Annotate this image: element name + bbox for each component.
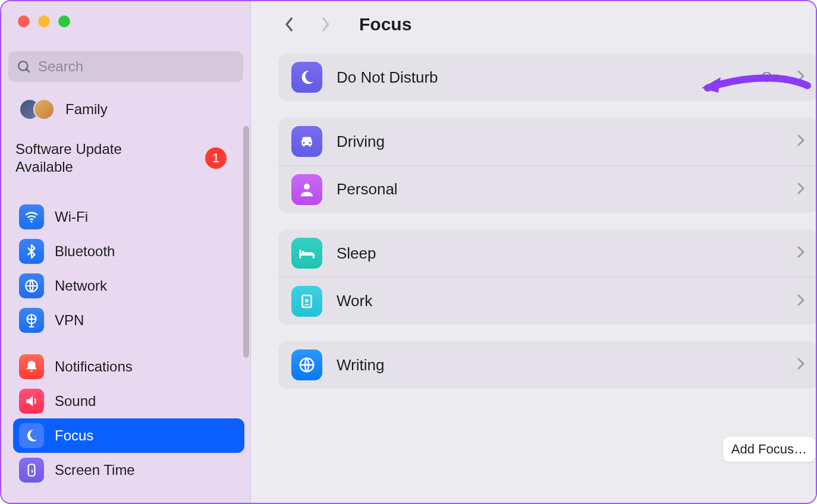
svg-point-2 (31, 221, 33, 223)
update-badge: 1 (205, 147, 227, 169)
svg-point-11 (305, 298, 309, 302)
focus-group-3: Sleep Work (278, 229, 817, 325)
bluetooth-label: Bluetooth (55, 243, 115, 260)
nav-back-button[interactable] (281, 15, 298, 33)
focus-item-driving[interactable]: Driving (278, 118, 817, 165)
main-panel: Focus Do Not Disturb On (251, 1, 817, 503)
sidebar-item-bluetooth[interactable]: Bluetooth (13, 234, 244, 269)
do-not-disturb-label: Do Not Disturb (337, 68, 747, 87)
focus-group-1: Do Not Disturb On (278, 53, 817, 101)
sidebar-scrollbar[interactable] (243, 126, 249, 358)
svg-point-9 (301, 251, 304, 254)
bed-icon (291, 238, 322, 269)
minimize-window-button[interactable] (38, 15, 50, 27)
chevron-right-icon (797, 70, 805, 85)
writing-label: Writing (337, 356, 783, 374)
driving-label: Driving (337, 133, 783, 151)
software-update-label: Software Update Available (15, 140, 170, 176)
close-window-button[interactable] (18, 15, 30, 27)
content: Do Not Disturb On Driving (251, 48, 817, 389)
focus-item-do-not-disturb[interactable]: Do Not Disturb On (278, 53, 817, 101)
sidebar-item-software-update[interactable]: Software Update Available 1 (13, 128, 244, 188)
chevron-right-icon (797, 134, 805, 149)
personal-label: Personal (337, 180, 783, 199)
moon-icon (291, 62, 322, 93)
page-title: Focus (359, 14, 411, 34)
search-container (1, 37, 250, 90)
chevron-right-icon (797, 182, 805, 197)
network-label: Network (55, 278, 107, 294)
focus-item-writing[interactable]: Writing (278, 341, 817, 389)
wifi-icon (19, 204, 44, 229)
svg-point-7 (309, 142, 310, 144)
focus-label: Focus (55, 427, 93, 444)
focus-item-sleep[interactable]: Sleep (278, 229, 817, 277)
screen-time-label: Screen Time (55, 462, 135, 478)
network-icon (19, 273, 44, 298)
chevron-right-icon (797, 294, 805, 309)
work-label: Work (337, 292, 783, 310)
svg-rect-5 (29, 464, 35, 476)
sidebar-item-notifications[interactable]: Notifications (13, 349, 244, 384)
screen-time-icon (19, 458, 44, 483)
focus-group-2: Driving Personal (278, 118, 817, 213)
family-label: Family (65, 101, 108, 118)
search-input[interactable] (8, 51, 243, 82)
window-controls (1, 1, 250, 37)
sidebar-scroll: Family Software Update Available 1 Wi-Fi… (1, 90, 250, 493)
chevron-right-icon (797, 245, 805, 261)
sidebar: Family Software Update Available 1 Wi-Fi… (1, 1, 251, 503)
vpn-label: VPN (55, 312, 84, 329)
notifications-icon (19, 354, 44, 379)
person-icon (291, 174, 322, 205)
focus-item-work[interactable]: Work (278, 277, 817, 325)
focus-group-4: Writing (278, 341, 817, 389)
sleep-label: Sleep (337, 244, 783, 263)
main-header: Focus (251, 1, 817, 48)
zoom-window-button[interactable] (58, 15, 70, 27)
sidebar-item-family[interactable]: Family (13, 90, 244, 128)
sidebar-item-vpn[interactable]: VPN (13, 303, 244, 338)
sound-label: Sound (55, 393, 96, 410)
chevron-right-icon (797, 357, 805, 373)
svg-point-6 (303, 142, 304, 144)
do-not-disturb-status: On (761, 69, 780, 86)
notifications-label: Notifications (55, 358, 133, 375)
bluetooth-icon (19, 239, 44, 264)
system-settings-window: Family Software Update Available 1 Wi-Fi… (0, 0, 817, 504)
family-avatars (19, 96, 55, 122)
add-focus-button[interactable]: Add Focus… (722, 436, 816, 462)
wifi-label: Wi-Fi (55, 209, 88, 225)
focus-icon (19, 423, 44, 448)
sidebar-item-screen-time[interactable]: Screen Time (13, 453, 244, 487)
sidebar-item-sound[interactable]: Sound (13, 384, 244, 418)
sound-icon (19, 389, 44, 414)
sidebar-item-focus[interactable]: Focus (13, 418, 244, 453)
focus-item-personal[interactable]: Personal (278, 165, 817, 213)
sidebar-item-network[interactable]: Network (13, 269, 244, 303)
sidebar-item-wifi[interactable]: Wi-Fi (13, 200, 244, 234)
svg-point-8 (304, 184, 310, 190)
badge-icon (291, 286, 322, 317)
nav-forward-button (316, 15, 334, 33)
globe-icon (291, 349, 322, 380)
car-icon (291, 126, 322, 157)
vpn-icon (19, 308, 44, 333)
